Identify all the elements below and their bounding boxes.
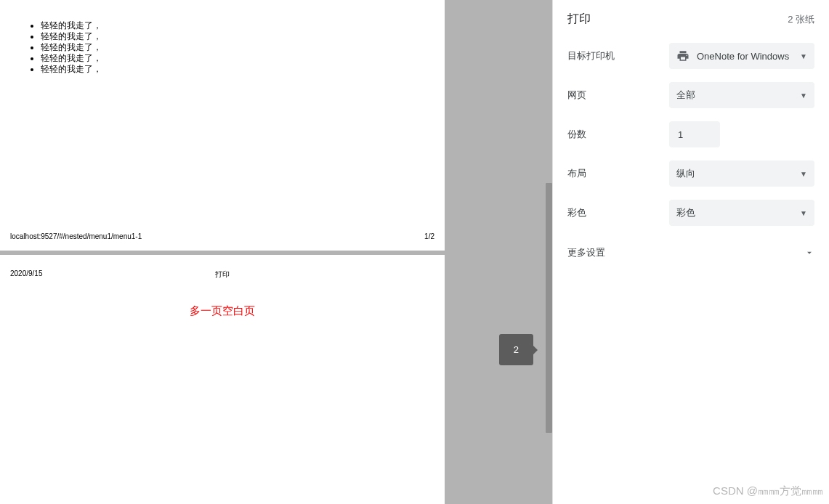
layout-select[interactable]: 纵向 ▼ <box>669 160 814 187</box>
preview-scrollbar-thumb[interactable] <box>546 183 552 433</box>
print-settings-panel: 打印 2 张纸 目标打印机 OneNote for Windows ▼ 网页 全… <box>552 0 829 504</box>
page-header: 2020/9/15 打印 <box>10 269 434 280</box>
destination-value: OneNote for Windows <box>697 51 800 62</box>
chevron-down-icon: ▼ <box>800 170 807 178</box>
print-preview-area: 轻轻的我走了， 轻轻的我走了， 轻轻的我走了， 轻轻的我走了， 轻轻的我走了， … <box>0 0 552 504</box>
more-settings-label: 更多设置 <box>567 246 605 259</box>
copies-input[interactable] <box>669 121 720 147</box>
sheet-count: 2 张纸 <box>788 13 814 26</box>
list-item: 轻轻的我走了， <box>41 53 445 64</box>
chevron-down-icon <box>804 248 814 258</box>
header-spacer <box>293 269 434 280</box>
list-item: 轻轻的我走了， <box>41 42 445 53</box>
color-value: 彩色 <box>676 206 800 219</box>
footer-url: localhost:9527/#/nested/menu1/menu1-1 <box>10 232 142 240</box>
row-pages: 网页 全部 ▼ <box>567 82 814 108</box>
header-date: 2020/9/15 <box>10 269 152 280</box>
page-footer: localhost:9527/#/nested/menu1/menu1-1 1/… <box>10 232 434 240</box>
list-item: 轻轻的我走了， <box>41 31 445 42</box>
color-select[interactable]: 彩色 ▼ <box>669 200 814 226</box>
color-label: 彩色 <box>567 206 669 219</box>
list-item: 轻轻的我走了， <box>41 20 445 31</box>
row-layout: 布局 纵向 ▼ <box>567 160 814 187</box>
pages-label: 网页 <box>567 89 669 102</box>
row-copies: 份数 <box>567 121 814 147</box>
page-indicator-tooltip: 2 <box>499 334 533 365</box>
chevron-down-icon: ▼ <box>800 92 807 99</box>
layout-value: 纵向 <box>676 167 800 180</box>
copies-label: 份数 <box>567 128 669 141</box>
pages-select[interactable]: 全部 ▼ <box>669 82 814 108</box>
footer-page-number: 1/2 <box>424 232 434 240</box>
layout-label: 布局 <box>567 167 669 180</box>
printer-icon <box>676 49 690 62</box>
annotation-text: 多一页空白页 <box>0 304 445 318</box>
preview-page-2: 2020/9/15 打印 多一页空白页 <box>0 255 445 504</box>
pages-value: 全部 <box>676 89 800 102</box>
row-color: 彩色 彩色 ▼ <box>567 200 814 226</box>
chevron-down-icon: ▼ <box>800 209 807 217</box>
preview-page-1: 轻轻的我走了， 轻轻的我走了， 轻轻的我走了， 轻轻的我走了， 轻轻的我走了， … <box>0 0 445 251</box>
panel-header: 打印 2 张纸 <box>567 12 814 27</box>
destination-select[interactable]: OneNote for Windows ▼ <box>669 43 814 69</box>
chevron-down-icon: ▼ <box>800 52 807 60</box>
panel-title: 打印 <box>567 12 591 27</box>
destination-label: 目标打印机 <box>567 49 669 62</box>
content-list: 轻轻的我走了， 轻轻的我走了， 轻轻的我走了， 轻轻的我走了， 轻轻的我走了， <box>0 0 445 75</box>
page-strip: 轻轻的我走了， 轻轻的我走了， 轻轻的我走了， 轻轻的我走了， 轻轻的我走了， … <box>0 0 445 504</box>
row-destination: 目标打印机 OneNote for Windows ▼ <box>567 43 814 69</box>
list-item: 轻轻的我走了， <box>41 64 445 75</box>
header-title: 打印 <box>152 269 294 280</box>
more-settings-toggle[interactable]: 更多设置 <box>567 239 814 259</box>
